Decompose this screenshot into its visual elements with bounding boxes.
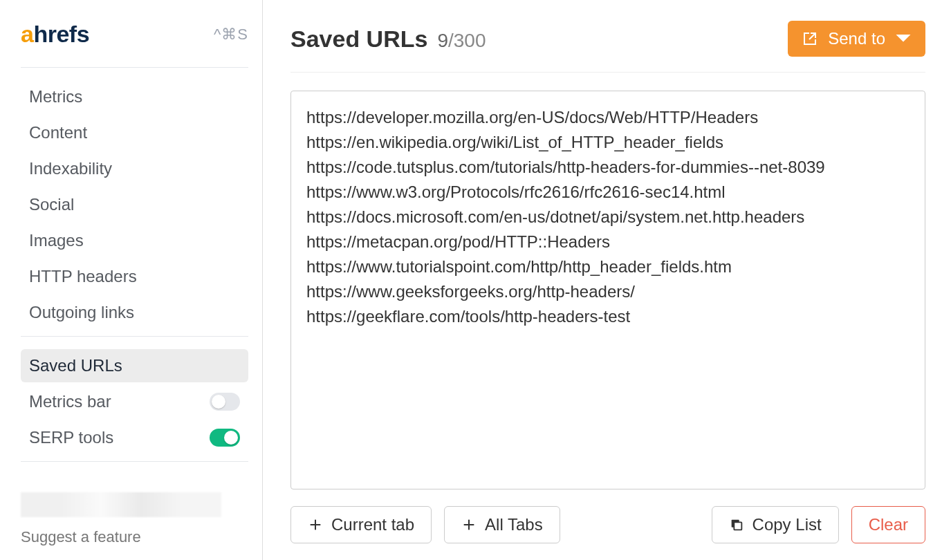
logo-rest: hrefs <box>33 21 89 47</box>
brand-logo: ahrefs <box>21 21 89 48</box>
export-icon <box>802 30 818 47</box>
all-tabs-button[interactable]: All Tabs <box>444 506 560 543</box>
nav-item-metrics-bar[interactable]: Metrics bar <box>21 385 248 418</box>
nav-secondary: Saved URLs Metrics bar SERP tools <box>21 349 248 454</box>
send-to-button[interactable]: Send to <box>788 21 925 57</box>
shortcut-hint: ^⌘S <box>214 26 248 44</box>
svg-rect-5 <box>734 522 741 530</box>
plus-icon <box>308 517 323 532</box>
nav-label: Outgoing links <box>29 303 134 322</box>
spacer <box>573 506 699 543</box>
chevron-down-icon <box>895 30 912 47</box>
logo-row: ahrefs ^⌘S <box>21 21 248 48</box>
nav-item-http-headers[interactable]: HTTP headers <box>21 260 248 293</box>
divider <box>21 461 248 462</box>
toggle-serp-tools[interactable] <box>210 429 240 447</box>
divider <box>21 67 248 68</box>
clear-button[interactable]: Clear <box>851 506 925 543</box>
nav-label: Social <box>29 195 74 214</box>
nav-label: Saved URLs <box>29 356 122 375</box>
button-label: All Tabs <box>485 515 543 534</box>
url-count: 9/300 <box>437 30 486 52</box>
nav-item-outgoing-links[interactable]: Outgoing links <box>21 296 248 329</box>
current-tab-button[interactable]: Current tab <box>290 506 432 543</box>
nav-item-serp-tools[interactable]: SERP tools <box>21 421 248 454</box>
button-label: Copy List <box>752 515 822 534</box>
copy-icon <box>729 517 744 532</box>
nav-label: Metrics bar <box>29 392 111 411</box>
count-total: 300 <box>454 30 486 51</box>
nav-item-saved-urls[interactable]: Saved URLs <box>21 349 248 382</box>
nav-item-social[interactable]: Social <box>21 188 248 221</box>
nav-label: HTTP headers <box>29 267 137 286</box>
main-panel: Saved URLs 9/300 Send to Current tab All… <box>263 0 942 560</box>
nav-label: Images <box>29 231 84 250</box>
button-row: Current tab All Tabs Copy List Clear <box>290 506 925 543</box>
toggle-metrics-bar[interactable] <box>210 393 240 411</box>
nav-label: SERP tools <box>29 428 113 447</box>
count-sep: / <box>448 30 454 51</box>
nav-primary: Metrics Content Indexability Social Imag… <box>21 80 248 329</box>
nav-item-indexability[interactable]: Indexability <box>21 152 248 185</box>
nav-label: Metrics <box>29 87 82 106</box>
nav-item-content[interactable]: Content <box>21 116 248 149</box>
send-to-label: Send to <box>828 29 885 48</box>
nav-label: Indexability <box>29 159 112 178</box>
count-current: 9 <box>437 30 448 51</box>
copy-list-button[interactable]: Copy List <box>712 506 839 543</box>
button-label: Current tab <box>331 515 414 534</box>
page-title: Saved URLs <box>290 26 427 53</box>
nav-item-images[interactable]: Images <box>21 224 248 257</box>
header-row: Saved URLs 9/300 Send to <box>290 21 925 73</box>
button-label: Clear <box>869 515 908 534</box>
sidebar: ahrefs ^⌘S Metrics Content Indexability … <box>0 0 263 560</box>
title-wrap: Saved URLs 9/300 <box>290 26 486 53</box>
suggest-feature-link[interactable]: Suggest a feature <box>21 528 248 546</box>
plus-icon <box>461 517 477 532</box>
nav-item-metrics[interactable]: Metrics <box>21 80 248 113</box>
logo-letter-a: a <box>21 21 33 47</box>
nav-label: Content <box>29 123 87 142</box>
redacted-area <box>21 492 221 517</box>
urls-textarea[interactable] <box>290 91 925 489</box>
sidebar-footer: Suggest a feature <box>21 492 248 546</box>
toggle-knob <box>224 431 238 445</box>
divider <box>21 336 248 337</box>
toggle-knob <box>212 395 225 409</box>
